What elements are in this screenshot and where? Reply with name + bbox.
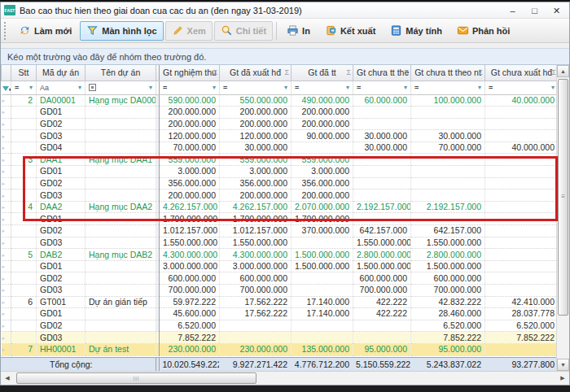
cell-value[interactable]: [485, 260, 557, 272]
row-indicator[interactable]: ▸: [2, 130, 11, 142]
cell-value[interactable]: [292, 320, 353, 332]
cell-ma-du-an[interactable]: GD02: [37, 118, 86, 130]
feedback-button[interactable]: Phản hồi: [450, 21, 516, 41]
cell-ten-du-an[interactable]: Hạng mục DAB2: [86, 249, 156, 261]
group-by-bar[interactable]: Kéo một trường vào đây để nhóm theo trườ…: [1, 48, 569, 65]
vertical-scroll-thumb[interactable]: [558, 79, 568, 316]
cell-value[interactable]: 200.000.000: [220, 107, 292, 119]
cell-value[interactable]: 17.140.000: [292, 308, 353, 320]
cell-stt[interactable]: [11, 142, 37, 154]
cell-value[interactable]: 1.700.000.000: [220, 213, 292, 225]
cell-ma-du-an[interactable]: GD01: [37, 213, 86, 225]
row-indicator[interactable]: ▸: [2, 177, 11, 189]
table-row[interactable]: ▸5DAB2Hạng mục DAB24.300.000.0004.300.00…: [2, 249, 557, 261]
scroll-down-arrow-icon[interactable]: ▼: [557, 359, 569, 371]
cell-ma-du-an[interactable]: GD02: [37, 225, 86, 237]
cell-value[interactable]: 1.550.000.000: [160, 237, 220, 249]
cell-stt[interactable]: [11, 189, 37, 202]
cell-value[interactable]: 120.000.000: [220, 130, 292, 142]
table-row[interactable]: ▸3DAA1Hạng mục DAA1559.000.000559.000.00…: [2, 154, 557, 166]
cell-value[interactable]: [353, 107, 411, 119]
cell-ma-du-an[interactable]: DAB2: [37, 249, 86, 261]
row-indicator[interactable]: ▸: [2, 94, 11, 107]
cell-value[interactable]: 1.012.157.000: [220, 225, 292, 237]
cell-value[interactable]: [411, 118, 485, 130]
cell-value[interactable]: 370.000.000: [292, 225, 353, 237]
cell-value[interactable]: [353, 166, 411, 178]
cell-stt[interactable]: [11, 332, 37, 344]
cell-value[interactable]: 6.520.000: [485, 320, 557, 332]
cell-value[interactable]: [411, 189, 485, 202]
cell-value[interactable]: 42.832.222: [411, 296, 485, 308]
cell-ten-du-an[interactable]: Hạng mục DA00001: [86, 94, 156, 107]
cell-value[interactable]: 642.157.000: [353, 225, 411, 237]
cell-value[interactable]: 30.000.000: [220, 142, 292, 154]
cell-value[interactable]: 30.000.000: [353, 130, 411, 142]
row-indicator[interactable]: ▸: [2, 285, 11, 297]
cell-value[interactable]: 100.000.000: [411, 94, 485, 107]
cell-value[interactable]: 6.520.000: [411, 320, 485, 332]
column-header[interactable]: Gt đã xuất hđΣ: [220, 65, 292, 81]
cell-value[interactable]: [353, 332, 411, 344]
vertical-scroll-track[interactable]: [557, 77, 569, 359]
cell-ten-du-an[interactable]: [86, 320, 156, 332]
cell-ten-du-an[interactable]: Hạng mục DAA2: [86, 201, 156, 213]
cell-value[interactable]: [292, 272, 353, 285]
cell-ma-du-an[interactable]: GD02: [37, 320, 86, 332]
table-row[interactable]: ▸GD0145.600.00017.562.22217.140.000422.2…: [2, 308, 557, 320]
cell-value[interactable]: 30.000.000: [411, 130, 485, 142]
cell-value[interactable]: 90.000.000: [292, 130, 353, 142]
row-indicator[interactable]: ▸: [2, 308, 11, 320]
cell-ten-du-an[interactable]: Hạng mục DAA1: [86, 154, 156, 166]
cell-value[interactable]: [353, 154, 411, 166]
cell-ma-du-an[interactable]: GT001: [37, 296, 86, 308]
cell-value[interactable]: 700.000.000: [160, 285, 220, 297]
cell-value[interactable]: 95.000.000: [353, 343, 411, 355]
filter-cell[interactable]: =▾: [485, 81, 557, 94]
sum-sigma-icon[interactable]: Σ: [404, 68, 409, 76]
cell-value[interactable]: 2.192.157.000: [411, 201, 485, 213]
cell-stt[interactable]: [11, 177, 37, 189]
vertical-scrollbar[interactable]: ▲ ▼: [556, 65, 569, 371]
column-header[interactable]: Mã dự án: [37, 65, 86, 81]
cell-value[interactable]: [220, 332, 292, 344]
cell-value[interactable]: 4.262.157.000: [220, 201, 292, 213]
cell-value[interactable]: 200.000.000: [160, 189, 220, 202]
cell-value[interactable]: 7.852.222: [411, 332, 485, 344]
cell-ma-du-an[interactable]: GD01: [37, 107, 86, 119]
table-row[interactable]: ▸6GT001Dự án gián tiếp59.972.22217.562.2…: [2, 296, 557, 308]
cell-ten-du-an[interactable]: [86, 177, 156, 189]
row-indicator[interactable]: ▸: [2, 237, 11, 249]
calculator-button[interactable]: Máy tính: [384, 21, 449, 41]
close-button[interactable]: ✕: [546, 3, 568, 18]
table-row[interactable]: ▸GD021.012.157.0001.012.157.000370.000.0…: [2, 225, 557, 237]
table-row[interactable]: ▸GD03200.000.000200.000.000200.000.000: [2, 189, 557, 202]
filter-cell[interactable]: ▾: [86, 81, 156, 94]
cell-value[interactable]: 2.800.000.000: [411, 249, 485, 261]
cell-value[interactable]: 6.520.000: [160, 320, 220, 332]
chevron-down-icon[interactable]: ▾: [78, 84, 81, 91]
chevron-down-icon[interactable]: ▾: [551, 84, 555, 91]
row-indicator[interactable]: ▸: [2, 213, 11, 225]
scroll-right-arrow-icon[interactable]: ▶: [556, 372, 569, 385]
cell-value[interactable]: 1.012.157.000: [160, 225, 220, 237]
column-header[interactable]: Gt chưa tt theΣ: [353, 65, 411, 81]
cell-value[interactable]: 600.000.000: [220, 272, 292, 285]
sum-sigma-icon[interactable]: Σ: [284, 68, 289, 76]
table-row[interactable]: ▸2DA00001Hạng mục DA00001590.000.000550.…: [2, 94, 557, 107]
cell-value[interactable]: 30.000.000: [353, 142, 411, 154]
row-indicator[interactable]: ▸: [2, 260, 11, 272]
cell-stt[interactable]: [11, 285, 37, 297]
row-indicator[interactable]: ▸: [2, 320, 11, 332]
cell-stt[interactable]: 7: [11, 343, 37, 355]
cell-stt[interactable]: [11, 118, 37, 130]
row-indicator[interactable]: ▸: [2, 332, 11, 344]
filter-cell[interactable]: =▾: [160, 81, 220, 94]
column-header[interactable]: Gt nghiệm thuΣ: [160, 65, 220, 81]
cell-value[interactable]: 490.000.000: [292, 94, 353, 107]
cell-value[interactable]: 70.000.000: [160, 142, 220, 154]
cell-value[interactable]: 60.000.000: [353, 94, 411, 107]
cell-value[interactable]: 1.550.000.000: [353, 237, 411, 249]
cell-ten-du-an[interactable]: [86, 213, 156, 225]
cell-value[interactable]: 559.000.000: [220, 154, 292, 166]
